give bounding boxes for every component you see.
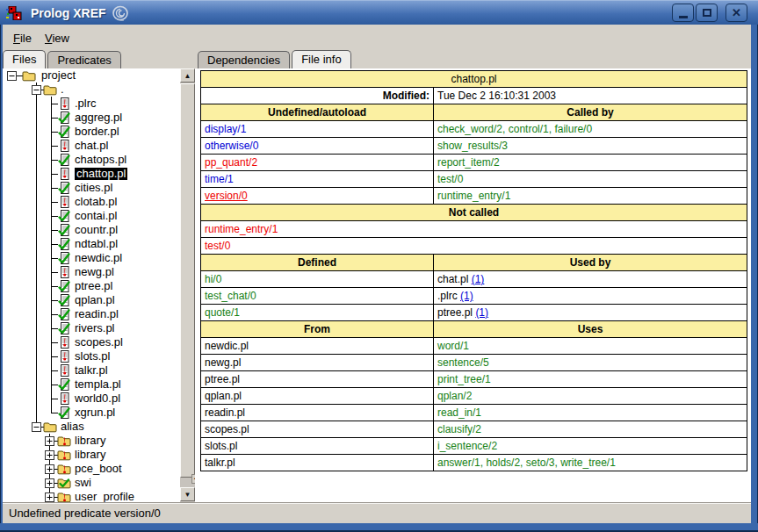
tree-item-label[interactable]: library bbox=[75, 435, 105, 447]
collapse-box-icon[interactable] bbox=[32, 422, 41, 432]
tab-dependencies[interactable]: Dependencies bbox=[198, 51, 290, 68]
predicate-link[interactable]: report_item/2 bbox=[437, 156, 500, 169]
tree-item-chat-pl[interactable]: chat.pl bbox=[3, 139, 180, 153]
tree-item-label[interactable]: contai.pl bbox=[75, 210, 117, 222]
predicate-link[interactable]: i_sentence/2 bbox=[437, 440, 497, 452]
predicate-link[interactable]: check_word/2 bbox=[437, 123, 502, 135]
tree-item-label[interactable]: newg.pl bbox=[75, 266, 114, 278]
predicate-link[interactable]: hi/0 bbox=[205, 273, 221, 285]
expand-box-icon[interactable] bbox=[45, 450, 54, 460]
title-bar[interactable]: Prolog XREF ✕ bbox=[0, 0, 758, 25]
tree-item-talkr-pl[interactable]: talkr.pl bbox=[3, 363, 180, 377]
tree-item-label[interactable]: . bbox=[61, 83, 64, 96]
tree-item-library[interactable]: library bbox=[3, 434, 180, 448]
predicate-link[interactable]: print_tree/1 bbox=[437, 373, 491, 385]
tree-item-xgrun-pl[interactable]: xgrun.pl bbox=[3, 406, 180, 420]
tab-files[interactable]: Files bbox=[3, 50, 46, 68]
tree-item-contai-pl[interactable]: contai.pl bbox=[3, 209, 180, 223]
predicate-link[interactable]: clausify/2 bbox=[437, 423, 481, 435]
tree-item-cities-pl[interactable]: cities.pl bbox=[3, 181, 180, 195]
tree-item-label[interactable]: ndtabl.pl bbox=[75, 238, 118, 250]
tree-item-label[interactable]: countr.pl bbox=[75, 224, 118, 236]
predicate-link[interactable]: show_results/3 bbox=[437, 140, 508, 152]
predicate-link[interactable]: runtime_entry/1 bbox=[205, 223, 278, 235]
predicate-link[interactable]: time/1 bbox=[205, 173, 234, 185]
predicate-link[interactable]: holds/2 bbox=[486, 457, 520, 469]
tree-item-readin-pl[interactable]: readin.pl bbox=[3, 307, 180, 321]
predicate-link[interactable]: otherwise/0 bbox=[205, 140, 258, 152]
tree-item-label[interactable]: project bbox=[41, 69, 76, 82]
tree-item-alias[interactable]: alias bbox=[3, 420, 180, 434]
tree-item-user-profile[interactable]: user_profile bbox=[3, 490, 180, 502]
expand-box-icon[interactable] bbox=[45, 478, 54, 488]
tree-item-label[interactable]: scopes.pl bbox=[75, 336, 123, 349]
tree-item-label[interactable]: world0.pl bbox=[75, 392, 120, 405]
tree-scrollbar[interactable]: ▲ ▼ bbox=[180, 68, 195, 502]
collapse-box-icon[interactable] bbox=[7, 71, 17, 81]
predicate-link[interactable]: control/1 bbox=[509, 123, 549, 135]
tree-item-label[interactable]: chat.pl bbox=[75, 140, 108, 152]
tree-item-world0-pl[interactable]: world0.pl bbox=[3, 392, 180, 406]
tree-item-library[interactable]: library bbox=[3, 448, 180, 462]
predicate-link[interactable]: failure/0 bbox=[554, 123, 592, 135]
menu-file[interactable]: File bbox=[13, 32, 32, 45]
tree-item-label-selected[interactable]: chattop.pl bbox=[75, 168, 127, 180]
tree-item-newg-pl[interactable]: newg.pl bbox=[3, 265, 180, 279]
reference-count-link[interactable]: (1) bbox=[475, 306, 488, 319]
predicate-link[interactable]: test/0 bbox=[437, 173, 463, 185]
collapse-box-icon[interactable] bbox=[32, 85, 41, 95]
tree-item-label[interactable]: readin.pl bbox=[75, 308, 119, 320]
tree-item-label[interactable]: talkr.pl bbox=[75, 364, 108, 377]
tree-item-label[interactable]: xgrun.pl bbox=[75, 406, 115, 419]
tree-item-chattop-pl[interactable]: chattop.pl bbox=[3, 167, 180, 181]
tree-item-label[interactable]: newdic.pl bbox=[75, 252, 122, 264]
tree-item-ndtabl-pl[interactable]: ndtabl.pl bbox=[3, 237, 180, 251]
predicate-link[interactable]: test_chat/0 bbox=[205, 290, 256, 302]
tree-item-templa-pl[interactable]: templa.pl bbox=[3, 377, 180, 392]
tree-item-slots-pl[interactable]: slots.pl bbox=[3, 349, 180, 363]
tree-item-plrc[interactable]: .plrc bbox=[3, 97, 180, 111]
tree-item-label[interactable]: border.pl bbox=[75, 126, 119, 138]
tree-item-countr-pl[interactable]: countr.pl bbox=[3, 223, 180, 237]
tree-item-swi[interactable]: swi bbox=[3, 476, 180, 490]
maximize-button[interactable] bbox=[696, 4, 718, 22]
menu-view[interactable]: View bbox=[45, 32, 69, 45]
tree-item-label[interactable]: rivers.pl bbox=[75, 322, 115, 334]
predicate-link[interactable]: version/0 bbox=[205, 190, 248, 202]
tree-item-aggreg-pl[interactable]: aggreg.pl bbox=[3, 111, 180, 125]
predicate-link[interactable]: write_tree/1 bbox=[560, 457, 616, 469]
tree-item-newdic-pl[interactable]: newdic.pl bbox=[3, 251, 180, 265]
tree-item-label[interactable]: aggreg.pl bbox=[75, 111, 122, 124]
scroll-down-button[interactable]: ▼ bbox=[180, 487, 195, 501]
predicate-link[interactable]: qplan/2 bbox=[437, 390, 472, 402]
predicate-link[interactable]: quote/1 bbox=[205, 306, 240, 319]
tree-item-[interactable]: . bbox=[3, 83, 180, 97]
tree-item-label[interactable]: chatops.pl bbox=[75, 154, 126, 166]
tree-item-border-pl[interactable]: border.pl bbox=[3, 125, 180, 139]
tree-item-scopes-pl[interactable]: scopes.pl bbox=[3, 335, 180, 349]
tree-item-label[interactable]: cities.pl bbox=[75, 182, 112, 194]
predicate-link[interactable]: pp_quant/2 bbox=[205, 156, 257, 169]
minimize-button[interactable] bbox=[672, 4, 694, 22]
tree-item-label[interactable]: library bbox=[75, 449, 105, 461]
tree-item-rivers-pl[interactable]: rivers.pl bbox=[3, 321, 180, 335]
tree-item-clotab-pl[interactable]: clotab.pl bbox=[3, 195, 180, 209]
predicate-link[interactable]: read_in/1 bbox=[437, 406, 481, 419]
predicate-link[interactable]: display/1 bbox=[205, 123, 246, 135]
tree-item-label[interactable]: swi bbox=[75, 477, 91, 489]
reference-count-link[interactable]: (1) bbox=[460, 290, 473, 302]
tree-item-label[interactable]: pce_boot bbox=[75, 463, 122, 475]
tree-item-label[interactable]: .plrc bbox=[75, 97, 97, 110]
predicate-link[interactable]: answer/1 bbox=[437, 457, 480, 469]
predicate-link[interactable]: runtime_entry/1 bbox=[437, 190, 510, 202]
tree-item-label[interactable]: clotab.pl bbox=[75, 196, 117, 208]
tree-item-pce-boot[interactable]: pce_boot bbox=[3, 462, 180, 476]
tree-item-chatops-pl[interactable]: chatops.pl bbox=[3, 153, 180, 167]
predicate-link[interactable]: sentence/5 bbox=[437, 356, 489, 369]
predicate-link[interactable]: word/1 bbox=[437, 340, 469, 352]
tree-item-qplan-pl[interactable]: qplan.pl bbox=[3, 293, 180, 307]
tree-item-label[interactable]: qplan.pl bbox=[75, 294, 115, 306]
tab-file-info[interactable]: File info bbox=[292, 50, 351, 68]
predicate-link[interactable]: seto/3 bbox=[526, 457, 555, 469]
scroll-up-button[interactable]: ▲ bbox=[180, 68, 195, 83]
